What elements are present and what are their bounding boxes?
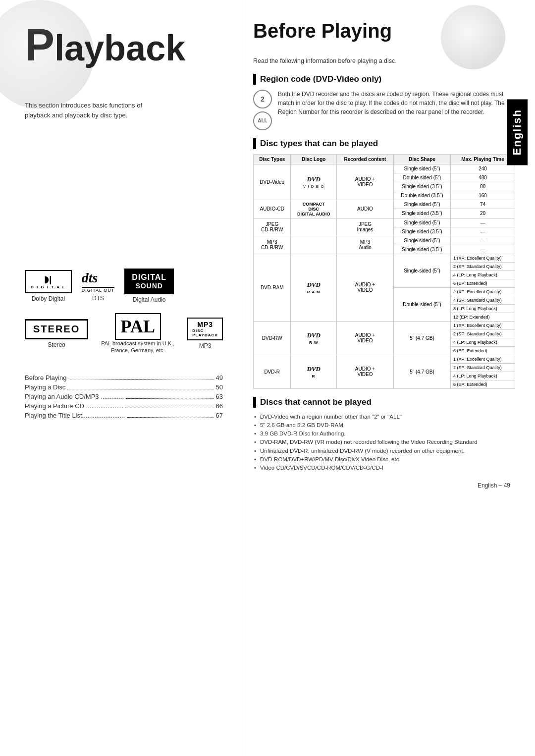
dvd-ram-dbl-time-2: 4 (SP: Standard Quality) [451,296,515,304]
page-container: Playback This section introduces basic f… [0,0,535,756]
toc-item-4: Playing a Picture CD ...................… [25,402,223,410]
dvd-ram-dbl-time-3: 8 (LP: Long Playback) [451,304,515,313]
dvd-video-shape-3: Single sided (3.5") [393,182,450,191]
table-row: JPEGCD-R/RW JPEGImages Single sided (5")… [254,218,515,227]
dvd-r-time-3: 4 (LP: Long Playback) [451,372,515,380]
toc-dots-3 [126,393,214,399]
toc-item-1: Before Playing 49 [25,374,223,381]
dvd-video-time-1: 240 [451,164,515,173]
toc-page-1: 49 [216,374,223,381]
dvd-r-logo: DVDR [291,355,337,388]
dvd-rw-content: AUDIO +VIDEO [337,321,394,355]
toc-page-2: 50 [216,383,223,391]
cannot-play-section-header: Discs that cannot be played [253,397,515,408]
dvd-video-logo: DVDV I D E O [291,164,337,200]
audio-cd-shape-1: Single sided (5") [393,200,450,209]
table-row: DVD-R DVDR AUDIO +VIDEO 5" (4.7 GB) 1 (X… [254,355,515,363]
region-text: Both the DVD recorder and the discs are … [278,90,515,116]
digital-line1: DIGITAL [132,273,166,282]
dvd-ram-time-2: 2 (SP: Standard Quality) [451,262,515,270]
page-number: English – 49 [253,482,515,489]
jpeg-time-1: — [451,218,515,227]
dvd-rw-time-2: 2 (SP: Standard Quality) [451,329,515,338]
region-icon-all: ALL [253,111,272,130]
dvd-video-time-2: 480 [451,173,515,182]
audio-cd-content: AUDIO [337,200,394,218]
dvd-ram-type: DVD-RAM [254,254,291,321]
dvd-rw-time-3: 4 (LP: Long Playback) [451,338,515,346]
list-item: Unfinalized DVD-R, unfinalized DVD-RW (V… [253,447,515,455]
audio-cd-time-1: 74 [451,200,515,209]
mp3-line2: DISC PLAYBACK [192,328,218,337]
jpeg-type: JPEGCD-R/RW [254,218,291,236]
list-item: DVD-Video with a region number other tha… [253,413,515,421]
table-row: MP3CD-R/RW MP3Audio Single sided (5") — [254,236,515,245]
col-max-time: Max. Playing Time [451,154,515,164]
audio-cd-shape-2: Single sided (3.5") [393,209,450,218]
dolby-brand: D I G I T A L [31,285,66,289]
toc-page-4: 66 [216,402,223,410]
dvd-ram-shape-2: Double-sided (5") [393,287,450,321]
toc-label-5: Playing the Title List..................… [25,412,125,419]
dvd-rw-time-1: 1 (XP: Excellent Quality) [451,321,515,329]
logos-row-1: ◗| D I G I T A L Dolby Digital dts DIGIT… [25,269,223,303]
pal-logo: PAL [115,313,161,340]
digital-label: Digital Audio [133,296,166,303]
dvd-video-shape-4: Double sided (3.5") [393,191,450,200]
toc-label-2: Playing a Disc [25,383,65,391]
mp3-type: MP3CD-R/RW [254,236,291,254]
cannot-play-title: Discs that cannot be played [260,397,372,407]
dvd-rw-type: DVD-RW [254,321,291,355]
jpeg-content: JPEGImages [337,218,394,236]
toc-dots-5 [127,412,214,418]
mp3-content: MP3Audio [337,236,394,254]
mp3-line1: MP3 [197,321,213,328]
dolby-logo-box: ◗| D I G I T A L Dolby Digital [25,270,72,302]
dvd-video-shape-1: Single sided (5") [393,164,450,173]
region-bar [253,74,256,85]
stereo-logo-box: STEREO Stereo [25,319,88,348]
playback-title: Playback [25,20,223,71]
table-row: AUDIO-CD COMPACTDISCDIGITAL AUDIO AUDIO … [254,200,515,209]
dvd-video-time-3: 80 [451,182,515,191]
dts-logo-box: dts DIGITAL OUT DTS [82,270,115,302]
left-column: Playback This section introduces basic f… [0,0,243,756]
audio-cd-type: AUDIO-CD [254,200,291,218]
dvd-rw-shape: 5" (4.7 GB) [393,321,450,355]
col-disc-shape: Disc Shape [393,154,450,164]
toc-page-5: 67 [216,412,223,419]
toc-label-1: Before Playing [25,374,67,381]
jpeg-shape-1: Single sided (5") [393,218,450,227]
digital-line2: SOUND [132,282,166,290]
dolby-icon: ◗| [31,274,66,285]
stereo-label: Stereo [48,341,65,348]
playback-p: P [25,20,54,70]
dvd-video-shape-2: Double sided (5") [393,173,450,182]
jpeg-shape-2: Single sided (3.5") [393,227,450,236]
jpeg-time-2: — [451,227,515,236]
mp3-shape-2: Single sided (3.5") [393,245,450,254]
dts-text: dts [82,270,115,288]
dvd-r-time-4: 6 (EP: Extended) [451,380,515,388]
dvd-ram-content: AUDIO +VIDEO [337,254,394,321]
dvd-r-content: AUDIO +VIDEO [337,355,394,388]
audio-cd-logo: COMPACTDISCDIGITAL AUDIO [291,200,337,218]
region-icon-2: 2 [253,90,272,108]
cannot-play-list: DVD-Video with a region number other tha… [253,413,515,473]
dvd-ram-shape-1: Single-sided (5") [393,254,450,287]
dvd-ram-time-3: 4 (LP: Long Playback) [451,270,515,279]
toc-dots-2 [67,383,214,389]
dvd-ram-dbl-time-4: 12 (EP: Extended) [451,313,515,321]
table-row: DVD-Video DVDV I D E O AUDIO +VIDEO Sing… [254,164,515,173]
dts-label: DTS [92,295,104,302]
table-row: DVD-RAM DVDR A M AUDIO +VIDEO Single-sid… [254,254,515,262]
dvd-r-time-1: 1 (XP: Excellent Quality) [451,355,515,363]
dvd-video-content: AUDIO +VIDEO [337,164,394,200]
mp3-logo-box: MP3 DISC PLAYBACK MP3 [187,318,223,349]
mp3-label: MP3 [199,342,212,349]
toc-item-5: Playing the Title List..................… [25,412,223,419]
audio-cd-time-2: 20 [451,209,515,218]
list-item: DVD-RAM, DVD-RW (VR mode) not recorded f… [253,438,515,446]
dts-logo: dts DIGITAL OUT [82,270,115,293]
toc-section: Before Playing 49 Playing a Disc 50 Play… [25,374,223,419]
